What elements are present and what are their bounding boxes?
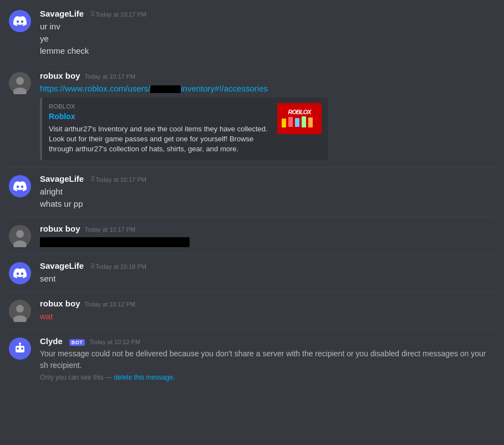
username: robux boy: [40, 71, 80, 80]
message-header: robux boy Today at 10:12 PM: [40, 299, 495, 308]
redacted-content: [40, 237, 190, 247]
message-text: alright whats ur pp: [40, 186, 495, 209]
avatar: [9, 10, 31, 32]
embed-title: Roblox: [49, 112, 272, 121]
message-text: sent: [40, 273, 495, 284]
timestamp: Today at 10:17 PM: [85, 226, 136, 233]
move-icon: ⠿: [90, 263, 95, 270]
message-content: robux boy Today at 10:17 PM https://www.…: [40, 71, 495, 160]
embed-description: Visit arthur27's Inventory and see the c…: [49, 124, 272, 155]
only-you-label: Only you can see this —: [40, 374, 112, 381]
message-group: Clyde BOT Today at 10:12 PM Your message…: [0, 332, 504, 386]
message-content: SavageLife ⠿ Today at 10:17 PM ur inv ye…: [40, 9, 495, 57]
message-line: alright: [40, 186, 495, 197]
message-line: whats ur pp: [40, 198, 495, 209]
message-text: ur inv ye lemme check: [40, 21, 495, 57]
message-group: robux boy Today at 10:12 PM wat: [0, 294, 504, 327]
message-text: https://www.roblox.com/users/inventory#!…: [40, 83, 495, 94]
message-group: SavageLife ⠿ Today at 10:17 PM ur inv ye…: [0, 4, 504, 62]
username: SavageLife: [40, 261, 84, 270]
embed-body: ROBLOX Roblox Visit arthur27's Inventory…: [49, 103, 272, 155]
timestamp: Today at 10:17 PM: [95, 176, 146, 183]
message-line: lemme check: [40, 45, 495, 57]
embed-provider: ROBLOX: [49, 103, 272, 110]
message-line: sent: [40, 273, 495, 284]
svg-text:ROBLOX: ROBLOX: [288, 109, 312, 115]
username: robux boy: [40, 299, 80, 308]
move-icon: ⠿: [90, 176, 95, 183]
message-line: wat: [40, 310, 495, 322]
svg-rect-10: [308, 117, 313, 127]
avatar: [9, 300, 31, 322]
timestamp: Today at 10:18 PM: [95, 263, 146, 270]
username: SavageLife: [40, 9, 84, 18]
message-content: robux boy Today at 10:12 PM wat: [40, 299, 495, 323]
divider: [9, 329, 495, 330]
message-group: SavageLife ⠿ Today at 10:17 PM alright w…: [0, 170, 504, 214]
embed-thumbnail: ROBLOX: [277, 103, 322, 134]
message-line: ye: [40, 33, 495, 44]
messages-container: SavageLife ⠿ Today at 10:17 PM ur inv ye…: [0, 0, 504, 390]
message-group: robux boy Today at 10:17 PM: [0, 219, 504, 252]
svg-point-19: [17, 347, 19, 350]
svg-rect-7: [288, 117, 293, 127]
avatar: [9, 225, 31, 247]
message-content: Clyde BOT Today at 10:12 PM Your message…: [40, 336, 495, 381]
svg-point-15: [16, 305, 24, 313]
move-icon: ⠿: [90, 11, 95, 18]
message-header: SavageLife ⠿ Today at 10:17 PM: [40, 174, 495, 183]
message-header: robux boy Today at 10:17 PM: [40, 224, 495, 233]
svg-rect-6: [282, 119, 286, 127]
message-group: robux boy Today at 10:17 PM https://www.…: [0, 67, 504, 165]
timestamp: Today at 10:17 PM: [85, 73, 136, 80]
avatar: [9, 337, 31, 360]
embed: ROBLOX Roblox Visit arthur27's Inventory…: [40, 98, 328, 160]
svg-point-20: [21, 347, 23, 350]
clyde-only-you-text: Only you can see this — delete this mess…: [40, 374, 495, 381]
svg-point-1: [16, 77, 24, 85]
avatar: [9, 72, 31, 94]
svg-point-12: [16, 230, 24, 238]
svg-rect-9: [302, 116, 306, 127]
timestamp: Today at 10:12 PM: [85, 301, 136, 308]
message-line: ur inv: [40, 21, 495, 32]
avatar: [9, 175, 31, 197]
username: robux boy: [40, 224, 80, 233]
roblox-link[interactable]: https://www.roblox.com/users/inventory#!…: [40, 84, 268, 93]
message-header: SavageLife ⠿ Today at 10:18 PM: [40, 261, 495, 270]
username: SavageLife: [40, 174, 84, 183]
divider: [9, 291, 495, 292]
username: Clyde: [40, 336, 63, 346]
timestamp: Today at 10:12 PM: [89, 339, 140, 345]
message-header: SavageLife ⠿ Today at 10:17 PM: [40, 9, 495, 18]
message-header: Clyde BOT Today at 10:12 PM: [40, 336, 495, 346]
timestamp: Today at 10:17 PM: [95, 11, 146, 18]
message-text: [40, 236, 495, 247]
message-content: SavageLife ⠿ Today at 10:17 PM alright w…: [40, 174, 495, 210]
message-text: wat: [40, 310, 495, 322]
divider: [9, 167, 495, 167]
divider: [9, 217, 495, 217]
message-content: SavageLife ⠿ Today at 10:18 PM sent: [40, 261, 495, 285]
message-header: robux boy Today at 10:17 PM: [40, 71, 495, 80]
divider: [9, 254, 495, 254]
svg-rect-8: [295, 118, 299, 127]
divider: [9, 64, 495, 64]
avatar: [9, 262, 31, 284]
delete-message-link[interactable]: delete this message.: [114, 374, 175, 381]
message-group: SavageLife ⠿ Today at 10:18 PM sent: [0, 257, 504, 289]
svg-point-22: [19, 342, 21, 345]
message-content: robux boy Today at 10:17 PM: [40, 224, 495, 247]
bot-badge: BOT: [69, 339, 85, 346]
clyde-system-message: Your message could not be delivered beca…: [40, 348, 495, 371]
